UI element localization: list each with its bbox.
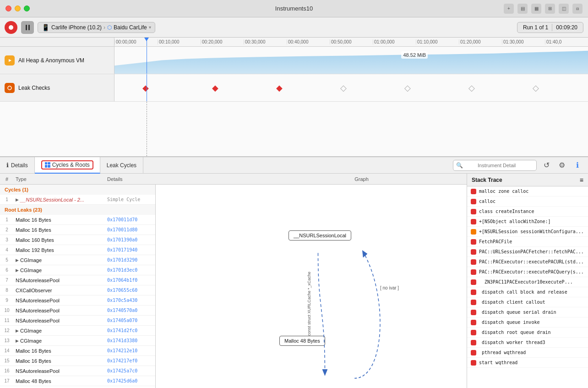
leak-marker-5[interactable]: ◇ <box>404 83 411 93</box>
rt4: Malloc 192 Bytes <box>14 247 105 253</box>
rt1: Malloc 16 Bytes <box>14 217 105 223</box>
info-button[interactable]: ℹ <box>572 159 583 171</box>
stack-name-7: PAC::URLSessionPACFetcher::fetchPAC... <box>479 249 584 254</box>
stack-name-1: malloc_zone_calloc <box>479 189 528 194</box>
rn15: 15 <box>0 358 14 363</box>
root-row-3[interactable]: 3 Malloc 160 Bytes 0x1701390a0 <box>0 235 155 245</box>
stack-item-1[interactable]: malloc_zone_calloc <box>467 186 588 197</box>
rd13: 0x1741d3380 <box>105 338 156 343</box>
root-row-11[interactable]: 11 NSAutoreleasePool 0x17405a070 <box>0 316 155 326</box>
heap-label: All Heap & Anonymous VM <box>18 57 84 64</box>
stack-item-12[interactable]: _dispatch_client_callout <box>467 297 588 307</box>
stack-item-7[interactable]: PAC::URLSessionPACFetcher::fetchPAC... <box>467 247 588 257</box>
timeline-ruler[interactable]: 00:00,000 00:10,000 00:20,000 00:30,000 … <box>0 38 588 47</box>
view-btn5[interactable]: ⧈ <box>572 4 583 14</box>
stack-item-2[interactable]: calloc <box>467 197 588 207</box>
root-row-14[interactable]: 14 Malloc 16 Bytes 0x174212e10 <box>0 346 155 356</box>
search-input[interactable] <box>465 160 534 171</box>
record-button[interactable] <box>5 21 17 34</box>
ruler-mark-9: 01:30,000 <box>502 39 545 44</box>
root-row-12[interactable]: 12 ▶CGImage 0x1741d2fc0 <box>0 326 155 336</box>
stack-item-8[interactable]: PAC::PACExecutor::executePACURL(std... <box>467 257 588 267</box>
stack-trace-header: Stack Trace ≡ <box>467 174 588 186</box>
edge-1 <box>318 253 325 372</box>
stack-item-14[interactable]: _dispatch_queue_invoke <box>467 317 588 328</box>
root-row-16[interactable]: 16 NSAutoreleasePool 0x17425a7c0 <box>0 366 155 376</box>
root-row-9[interactable]: 9 NSAutoreleasePool 0x170c5a430 <box>0 295 155 306</box>
roots-group-label: Root Leaks (23) <box>5 207 42 213</box>
stack-item-3[interactable]: class_createInstance <box>467 207 588 217</box>
ruler-marks: 00:00,000 00:10,000 00:20,000 00:30,000 … <box>114 39 588 44</box>
rd2: 0x170011d80 <box>105 227 156 232</box>
root-row-1[interactable]: 1 Malloc 16 Bytes 0x170011d70 <box>0 215 155 225</box>
stack-sort-button[interactable]: ≡ <box>580 176 583 184</box>
cycle-row-1[interactable]: 1 ▶ __NSURLSessionLocal - 2... Simple Cy… <box>0 195 155 205</box>
stack-dot-8 <box>471 259 476 265</box>
leak-marker-7[interactable]: ◇ <box>533 83 539 93</box>
leak-chart-area[interactable]: ◆ ◆ ◆ ◇ ◇ ◇ ◇ <box>114 74 588 101</box>
maximize-button[interactable] <box>24 5 30 11</box>
stack-item-17[interactable]: _pthread_wqthread <box>467 348 588 358</box>
heap-chart-area[interactable]: 48.52 MiB <box>114 47 588 74</box>
pause-button[interactable] <box>21 21 34 34</box>
tab-cycles-roots[interactable]: Cycles & Roots <box>35 157 100 174</box>
root-row-4[interactable]: 4 Malloc 192 Bytes 0x170171940 <box>0 245 155 255</box>
leak-marker-6[interactable]: ◇ <box>468 83 475 93</box>
stack-item-6[interactable]: FetchPACFile <box>467 237 588 247</box>
col-header-graph: Graph <box>256 176 467 182</box>
root-row-2[interactable]: 2 Malloc 16 Bytes 0x170011d80 <box>0 225 155 235</box>
leak-marker-4[interactable]: ◇ <box>340 83 347 93</box>
stack-item-5[interactable]: +[NSURLSession sessionWithConfigura... <box>467 227 588 237</box>
expand-arrow-1[interactable]: ▶ <box>16 197 19 202</box>
rd5: 0x1701d3290 <box>105 257 156 262</box>
view-btn2[interactable]: ▦ <box>531 4 541 14</box>
root-row-18[interactable]: 18 NSAutoreleasePool 0x17425db80 <box>0 386 155 388</box>
close-button[interactable] <box>5 5 11 11</box>
leak-marker-2[interactable]: ◆ <box>212 83 218 93</box>
ruler-mark-8: 01:20,000 <box>459 39 502 44</box>
root-row-17[interactable]: 17 Malloc 48 Bytes 0x17425d6a0 <box>0 376 155 386</box>
root-row-8[interactable]: 8 CXCallObserver 0x170655c60 <box>0 285 155 295</box>
run-time: 00:09:20 <box>556 24 577 31</box>
root-row-10[interactable]: 10 NSAutoreleasePool 0x1740570a0 <box>0 306 155 316</box>
rt7: NSAutoreleasePool <box>14 278 105 283</box>
history-button[interactable]: ↺ <box>540 159 552 171</box>
view-btn3[interactable]: ⊞ <box>545 4 555 14</box>
stack-item-9[interactable]: PAC::PACExecutor::executePACQuery(s... <box>467 267 588 277</box>
device-selector[interactable]: 📱 Carlife iPhone (10.2) › ⬡ Baidu CarLif… <box>38 22 155 33</box>
stack-dot-18 <box>471 360 476 366</box>
stack-name-12: _dispatch_client_callout <box>479 300 545 305</box>
traffic-lights[interactable] <box>5 5 30 11</box>
leak-marker-3[interactable]: ◆ <box>276 83 283 93</box>
stack-item-16[interactable]: _dispatch_worker_thread3 <box>467 338 588 348</box>
rd1: 0x170011d70 <box>105 217 156 222</box>
table-list[interactable]: Cycles (1) 1 ▶ __NSURLSessionLocal - 2..… <box>0 185 156 388</box>
tabs-bar: ℹ Details Cycles & Roots Leak Cycles 🔍 <box>0 157 588 174</box>
root-row-7[interactable]: 7 NSAutoreleasePool 0x17064b1f0 <box>0 275 155 285</box>
tab-leak-cycles[interactable]: Leak Cycles <box>100 157 143 174</box>
graph-node-2-label: Malloc 48 Bytes <box>284 338 320 344</box>
stack-item-13[interactable]: _dispatch_queue_serial_drain <box>467 307 588 317</box>
stack-item-4[interactable]: +[NSObject allocWithZone:] <box>467 217 588 227</box>
stack-item-11[interactable]: _dispatch_call_block_and_release <box>467 287 588 297</box>
leak-marker-1[interactable]: ◆ <box>142 83 149 93</box>
rd10: 0x1740570a0 <box>105 308 156 313</box>
minimize-button[interactable] <box>15 5 21 11</box>
add-button[interactable]: + <box>504 4 514 14</box>
root-row-6[interactable]: 6 ▶CGImage 0x1701d3ec0 <box>0 265 155 275</box>
root-row-5[interactable]: 5 ▶CGImage 0x1701d3290 <box>0 255 155 265</box>
stack-item-18[interactable]: start_wqthread <box>467 358 588 368</box>
tab-leak-cycles-label: Leak Cycles <box>107 162 136 169</box>
root-row-13[interactable]: 13 ▶CGImage 0x1741d3380 <box>0 336 155 346</box>
leak-icon[interactable] <box>5 83 15 93</box>
settings-button[interactable]: ⚙ <box>556 159 568 171</box>
cycles-group-header: Cycles (1) <box>0 185 155 195</box>
root-row-15[interactable]: 15 Malloc 16 Bytes 0x174217ef0 <box>0 356 155 366</box>
view-btn1[interactable]: ▤ <box>517 4 528 14</box>
stack-item-15[interactable]: _dispatch_root_queue_drain <box>467 328 588 338</box>
tab-details[interactable]: ℹ Details <box>0 157 35 174</box>
view-btn4[interactable]: ◫ <box>559 4 569 14</box>
heap-icon[interactable] <box>5 55 15 66</box>
stack-item-10[interactable]: __ZN3PAC11PACExecutor10executeP... <box>467 277 588 287</box>
ruler-mark-6: 01:00,000 <box>373 39 416 44</box>
